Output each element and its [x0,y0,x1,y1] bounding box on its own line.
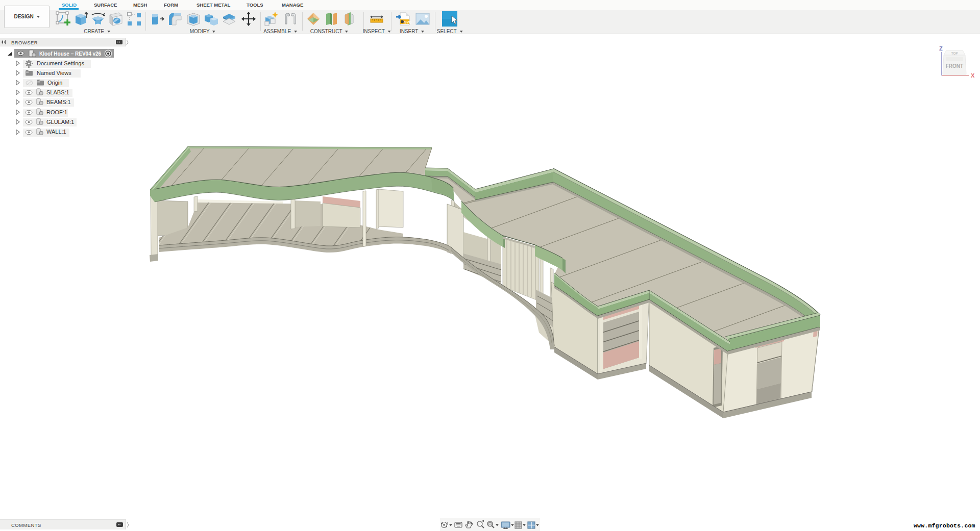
svg-text:SVG: SVG [404,20,411,24]
svg-text:TOP: TOP [951,52,958,55]
svg-text:FRONT: FRONT [946,63,963,69]
svg-text:X: X [971,72,975,79]
svg-text:Z: Z [939,45,943,52]
